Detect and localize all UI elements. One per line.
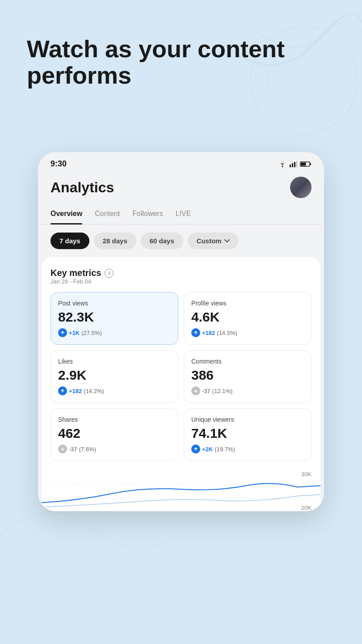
tab-overview[interactable]: Overview <box>51 205 82 224</box>
metrics-grid: Post views 82.3K +1K (27.5%) Profile vie… <box>51 292 311 461</box>
change-percent: (19.7%) <box>215 446 235 453</box>
metric-change: +1K (27.5%) <box>58 328 171 337</box>
chart-preview: 30K 20K <box>42 466 320 511</box>
metric-card-profile-views: Profile views 4.6K +182 (14.5%) <box>184 292 311 345</box>
metric-card-shares: Shares 462 -37 (7.6%) <box>51 408 178 461</box>
down-arrow-icon <box>58 445 67 453</box>
metric-change: +182 (14.2%) <box>58 386 171 395</box>
change-value: +182 <box>202 330 215 336</box>
period-60days[interactable]: 60 days <box>141 233 183 249</box>
up-arrow-icon <box>58 328 67 337</box>
change-value: -37 <box>202 388 210 394</box>
metric-label: Likes <box>58 358 171 365</box>
svg-point-2 <box>282 166 283 167</box>
metric-label: Profile views <box>191 300 304 307</box>
svg-rect-9 <box>301 162 306 165</box>
metric-change: -37 (7.6%) <box>58 445 171 453</box>
tab-followers[interactable]: Followers <box>132 205 163 224</box>
period-28days[interactable]: 28 days <box>94 233 136 249</box>
up-arrow-icon <box>191 328 200 337</box>
change-value: +1K <box>69 330 80 336</box>
tab-live[interactable]: LIVE <box>176 205 191 224</box>
hero-title: Watch as your content performs <box>27 36 285 89</box>
chart-line: 20K <box>42 471 320 511</box>
svg-rect-5 <box>294 162 295 167</box>
change-percent: (14.2%) <box>84 388 104 394</box>
metric-change: +2K (19.7%) <box>191 445 304 453</box>
change-value: +182 <box>69 388 82 394</box>
change-percent: (7.6%) <box>79 446 96 453</box>
svg-rect-3 <box>290 165 291 167</box>
metric-label: Unique viewers <box>191 416 304 423</box>
up-arrow-icon <box>191 445 200 453</box>
key-metrics-title: Key metrics i <box>51 268 311 278</box>
metric-value: 386 <box>191 368 304 383</box>
status-icons <box>278 161 311 167</box>
down-arrow-icon <box>191 386 200 395</box>
page-header: Analytics <box>38 172 324 205</box>
metric-card-likes: Likes 2.9K +182 (14.2%) <box>51 350 178 403</box>
analytics-tabs: Overview Content Followers LIVE <box>38 205 324 225</box>
key-metrics-header: Key metrics i Jan 29 - Feb 04 <box>51 268 311 285</box>
metric-value: 82.3K <box>58 309 171 325</box>
status-bar: 9:30 <box>38 152 324 172</box>
svg-rect-8 <box>310 163 311 165</box>
svg-rect-6 <box>296 161 297 167</box>
change-percent: (27.5%) <box>81 330 102 336</box>
signal-icon <box>289 161 297 167</box>
metric-card-post-views: Post views 82.3K +1K (27.5%) <box>51 292 178 345</box>
metric-change: -37 (12.1%) <box>191 386 304 395</box>
battery-icon <box>300 161 311 167</box>
change-percent: (12.1%) <box>212 388 233 394</box>
metric-label: Post views <box>58 300 171 307</box>
change-percent: (14.5%) <box>217 330 237 336</box>
content-area: Key metrics i Jan 29 - Feb 04 Post views… <box>42 257 320 511</box>
metric-label: Shares <box>58 416 171 423</box>
phone-screen: 9:30 Analytics <box>38 152 324 511</box>
metric-change: +182 (14.5%) <box>191 328 304 337</box>
metric-value: 462 <box>58 426 171 441</box>
change-value: -37 <box>69 446 77 453</box>
page-title: Analytics <box>51 179 114 196</box>
wifi-icon <box>278 161 286 167</box>
metric-card-comments: Comments 386 -37 (12.1%) <box>184 350 311 403</box>
period-selector: 7 days 28 days 60 days Custom <box>38 225 324 257</box>
chart-y-label-bottom: 20K <box>301 504 311 511</box>
chevron-down-icon <box>224 239 230 243</box>
metric-value: 2.9K <box>58 368 171 383</box>
period-7days[interactable]: 7 days <box>51 233 89 249</box>
status-time: 9:30 <box>51 159 67 169</box>
tab-content[interactable]: Content <box>95 205 120 224</box>
svg-rect-4 <box>292 163 293 167</box>
avatar-image <box>290 177 311 198</box>
info-icon[interactable]: i <box>105 269 114 278</box>
date-range: Jan 29 - Feb 04 <box>51 278 311 285</box>
period-custom[interactable]: Custom <box>188 233 239 249</box>
metric-label: Comments <box>191 358 304 365</box>
metric-value: 4.6K <box>191 309 304 325</box>
metric-card-unique-viewers: Unique viewers 74.1K +2K (19.7%) <box>184 408 311 461</box>
up-arrow-icon <box>58 386 67 395</box>
change-value: +2K <box>202 446 213 453</box>
avatar[interactable] <box>290 177 311 198</box>
metric-value: 74.1K <box>191 426 304 441</box>
